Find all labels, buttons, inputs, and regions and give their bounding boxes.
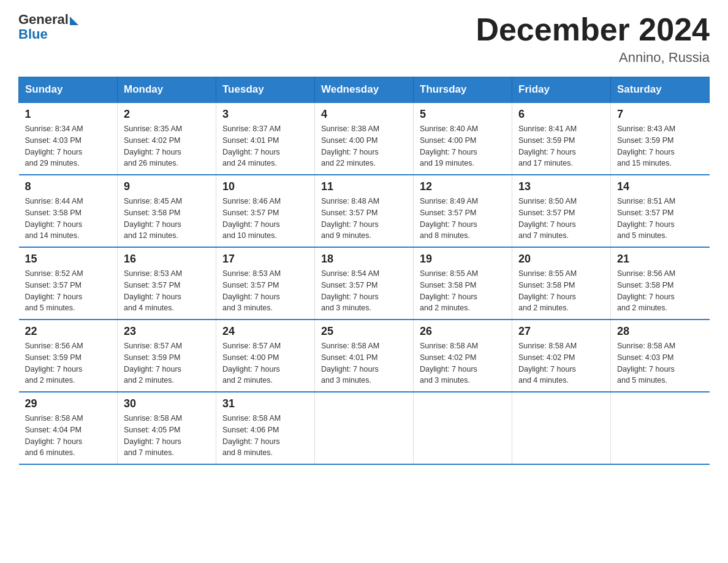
day-number: 6 xyxy=(518,108,604,121)
calendar-cell: 3Sunrise: 8:37 AM Sunset: 4:01 PM Daylig… xyxy=(216,102,315,175)
calendar-cell: 14Sunrise: 8:51 AM Sunset: 3:57 PM Dayli… xyxy=(611,175,710,247)
calendar-cell: 29Sunrise: 8:58 AM Sunset: 4:04 PM Dayli… xyxy=(19,392,118,464)
day-number: 12 xyxy=(420,180,506,193)
day-info: Sunrise: 8:56 AM Sunset: 3:59 PM Dayligh… xyxy=(25,340,112,386)
day-info: Sunrise: 8:58 AM Sunset: 4:02 PM Dayligh… xyxy=(420,340,506,386)
day-number: 16 xyxy=(124,253,210,266)
calendar-header-monday: Monday xyxy=(118,77,216,103)
day-info: Sunrise: 8:53 AM Sunset: 3:57 PM Dayligh… xyxy=(222,268,308,314)
day-info: Sunrise: 8:58 AM Sunset: 4:05 PM Dayligh… xyxy=(124,413,210,459)
calendar-cell: 25Sunrise: 8:58 AM Sunset: 4:01 PM Dayli… xyxy=(315,320,414,392)
calendar-cell xyxy=(414,392,512,464)
day-number: 22 xyxy=(25,325,112,338)
day-number: 23 xyxy=(124,325,210,338)
day-number: 14 xyxy=(617,180,703,193)
day-info: Sunrise: 8:55 AM Sunset: 3:58 PM Dayligh… xyxy=(420,268,506,314)
day-info: Sunrise: 8:35 AM Sunset: 4:02 PM Dayligh… xyxy=(124,123,210,169)
day-number: 19 xyxy=(420,253,506,266)
calendar-header-wednesday: Wednesday xyxy=(315,77,414,103)
day-number: 4 xyxy=(321,108,407,121)
day-number: 2 xyxy=(124,108,210,121)
calendar-week-row: 1Sunrise: 8:34 AM Sunset: 4:03 PM Daylig… xyxy=(19,102,710,175)
calendar-cell: 1Sunrise: 8:34 AM Sunset: 4:03 PM Daylig… xyxy=(19,102,118,175)
calendar-table: SundayMondayTuesdayWednesdayThursdayFrid… xyxy=(18,77,710,465)
day-number: 21 xyxy=(617,253,703,266)
day-number: 17 xyxy=(222,253,308,266)
calendar-cell: 7Sunrise: 8:43 AM Sunset: 3:59 PM Daylig… xyxy=(611,102,710,175)
calendar-header-sunday: Sunday xyxy=(19,77,118,103)
day-info: Sunrise: 8:34 AM Sunset: 4:03 PM Dayligh… xyxy=(25,123,112,169)
calendar-cell: 28Sunrise: 8:58 AM Sunset: 4:03 PM Dayli… xyxy=(611,320,710,392)
month-title: December 2024 xyxy=(476,12,710,47)
calendar-header-friday: Friday xyxy=(512,77,611,103)
day-info: Sunrise: 8:40 AM Sunset: 4:00 PM Dayligh… xyxy=(420,123,506,169)
calendar-cell: 5Sunrise: 8:40 AM Sunset: 4:00 PM Daylig… xyxy=(414,102,512,175)
calendar-week-row: 15Sunrise: 8:52 AM Sunset: 3:57 PM Dayli… xyxy=(19,247,710,320)
calendar-cell: 16Sunrise: 8:53 AM Sunset: 3:57 PM Dayli… xyxy=(118,247,216,320)
day-number: 13 xyxy=(518,180,604,193)
calendar-cell: 19Sunrise: 8:55 AM Sunset: 3:58 PM Dayli… xyxy=(414,247,512,320)
day-number: 3 xyxy=(222,108,308,121)
calendar-cell: 21Sunrise: 8:56 AM Sunset: 3:58 PM Dayli… xyxy=(611,247,710,320)
day-info: Sunrise: 8:41 AM Sunset: 3:59 PM Dayligh… xyxy=(518,123,604,169)
calendar-cell: 23Sunrise: 8:57 AM Sunset: 3:59 PM Dayli… xyxy=(118,320,216,392)
day-info: Sunrise: 8:56 AM Sunset: 3:58 PM Dayligh… xyxy=(617,268,703,314)
calendar-cell: 26Sunrise: 8:58 AM Sunset: 4:02 PM Dayli… xyxy=(414,320,512,392)
day-info: Sunrise: 8:48 AM Sunset: 3:57 PM Dayligh… xyxy=(321,196,407,242)
day-number: 20 xyxy=(518,253,604,266)
day-number: 7 xyxy=(617,108,703,121)
calendar-week-row: 22Sunrise: 8:56 AM Sunset: 3:59 PM Dayli… xyxy=(19,320,710,392)
day-number: 8 xyxy=(25,180,112,193)
day-number: 18 xyxy=(321,253,407,266)
calendar-header-tuesday: Tuesday xyxy=(216,77,315,103)
calendar-cell: 6Sunrise: 8:41 AM Sunset: 3:59 PM Daylig… xyxy=(512,102,611,175)
calendar-header-thursday: Thursday xyxy=(414,77,512,103)
logo-blue-text: Blue xyxy=(18,26,48,42)
logo: General Blue xyxy=(18,12,78,42)
calendar-cell: 2Sunrise: 8:35 AM Sunset: 4:02 PM Daylig… xyxy=(118,102,216,175)
logo-triangle-icon xyxy=(70,17,78,25)
day-number: 28 xyxy=(617,325,703,338)
day-info: Sunrise: 8:49 AM Sunset: 3:57 PM Dayligh… xyxy=(420,196,506,242)
day-info: Sunrise: 8:43 AM Sunset: 3:59 PM Dayligh… xyxy=(617,123,703,169)
day-number: 10 xyxy=(222,180,308,193)
day-number: 25 xyxy=(321,325,407,338)
day-number: 11 xyxy=(321,180,407,193)
day-number: 9 xyxy=(124,180,210,193)
day-number: 5 xyxy=(420,108,506,121)
day-info: Sunrise: 8:45 AM Sunset: 3:58 PM Dayligh… xyxy=(124,196,210,242)
calendar-week-row: 29Sunrise: 8:58 AM Sunset: 4:04 PM Dayli… xyxy=(19,392,710,464)
day-info: Sunrise: 8:38 AM Sunset: 4:00 PM Dayligh… xyxy=(321,123,407,169)
header: General Blue December 2024 Annino, Russi… xyxy=(18,12,710,66)
calendar-cell xyxy=(611,392,710,464)
calendar-cell: 12Sunrise: 8:49 AM Sunset: 3:57 PM Dayli… xyxy=(414,175,512,247)
day-info: Sunrise: 8:55 AM Sunset: 3:58 PM Dayligh… xyxy=(518,268,604,314)
calendar-cell: 30Sunrise: 8:58 AM Sunset: 4:05 PM Dayli… xyxy=(118,392,216,464)
logo-text: General xyxy=(18,12,69,27)
day-info: Sunrise: 8:51 AM Sunset: 3:57 PM Dayligh… xyxy=(617,196,703,242)
day-info: Sunrise: 8:57 AM Sunset: 3:59 PM Dayligh… xyxy=(124,340,210,386)
calendar-cell: 15Sunrise: 8:52 AM Sunset: 3:57 PM Dayli… xyxy=(19,247,118,320)
calendar-cell: 10Sunrise: 8:46 AM Sunset: 3:57 PM Dayli… xyxy=(216,175,315,247)
calendar-cell: 22Sunrise: 8:56 AM Sunset: 3:59 PM Dayli… xyxy=(19,320,118,392)
day-info: Sunrise: 8:58 AM Sunset: 4:01 PM Dayligh… xyxy=(321,340,407,386)
day-info: Sunrise: 8:44 AM Sunset: 3:58 PM Dayligh… xyxy=(25,196,112,242)
day-info: Sunrise: 8:58 AM Sunset: 4:02 PM Dayligh… xyxy=(518,340,604,386)
day-info: Sunrise: 8:54 AM Sunset: 3:57 PM Dayligh… xyxy=(321,268,407,314)
calendar-cell: 31Sunrise: 8:58 AM Sunset: 4:06 PM Dayli… xyxy=(216,392,315,464)
day-number: 31 xyxy=(222,397,308,410)
calendar-cell: 27Sunrise: 8:58 AM Sunset: 4:02 PM Dayli… xyxy=(512,320,611,392)
day-info: Sunrise: 8:58 AM Sunset: 4:04 PM Dayligh… xyxy=(25,413,112,459)
day-number: 24 xyxy=(222,325,308,338)
calendar-cell: 9Sunrise: 8:45 AM Sunset: 3:58 PM Daylig… xyxy=(118,175,216,247)
calendar-cell: 17Sunrise: 8:53 AM Sunset: 3:57 PM Dayli… xyxy=(216,247,315,320)
day-info: Sunrise: 8:58 AM Sunset: 4:06 PM Dayligh… xyxy=(222,413,308,459)
day-number: 1 xyxy=(25,108,112,121)
calendar-cell xyxy=(315,392,414,464)
day-info: Sunrise: 8:57 AM Sunset: 4:00 PM Dayligh… xyxy=(222,340,308,386)
day-info: Sunrise: 8:50 AM Sunset: 3:57 PM Dayligh… xyxy=(518,196,604,242)
title-area: December 2024 Annino, Russia xyxy=(476,12,710,66)
calendar-cell xyxy=(512,392,611,464)
calendar-cell: 18Sunrise: 8:54 AM Sunset: 3:57 PM Dayli… xyxy=(315,247,414,320)
calendar-header-row: SundayMondayTuesdayWednesdayThursdayFrid… xyxy=(19,77,710,103)
